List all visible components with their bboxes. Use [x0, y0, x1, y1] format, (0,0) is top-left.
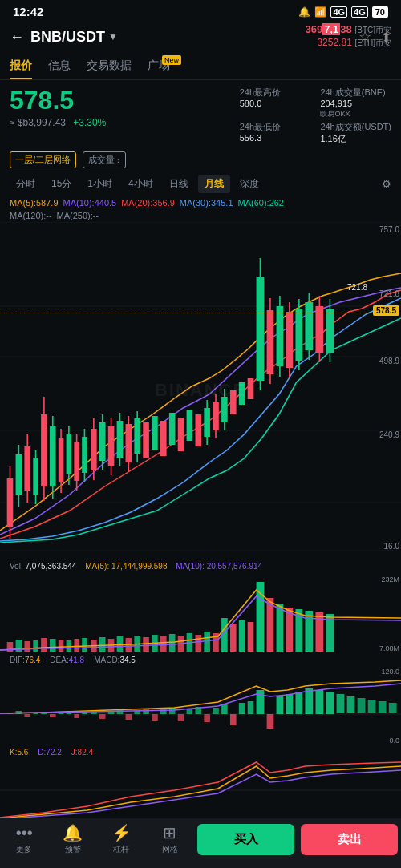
- svg-rect-132: [305, 611, 313, 652]
- svg-rect-147: [99, 714, 106, 719]
- svg-rect-10: [16, 454, 22, 495]
- vol-ma5-value: 17,444,999.598: [111, 562, 168, 571]
- price-level-498: 498.9: [379, 357, 399, 365]
- ma5-label: MA(5):587.9: [10, 198, 59, 208]
- svg-rect-37: [91, 429, 97, 470]
- kdj-chart: [0, 758, 401, 822]
- svg-rect-83: [286, 312, 294, 368]
- ma60-label: MA(60):262: [238, 198, 284, 208]
- svg-rect-168: [286, 694, 294, 714]
- sell-button[interactable]: 卖出: [301, 824, 398, 855]
- price-level-240: 240.9: [379, 430, 399, 439]
- svg-rect-120: [195, 635, 201, 652]
- price-level-16: 16.0: [384, 542, 399, 551]
- svg-rect-144: [74, 714, 79, 718]
- vol-ma5-label: MA(5):: [85, 562, 109, 571]
- price-level-757: 757.0: [379, 225, 399, 234]
- svg-rect-172: [326, 692, 334, 714]
- status-time: 12:42: [13, 5, 43, 18]
- svg-rect-13: [24, 446, 30, 491]
- svg-rect-129: [277, 604, 284, 652]
- svg-rect-124: [230, 624, 237, 652]
- new-badge: New: [162, 55, 181, 65]
- time-btn-depth[interactable]: 深度: [233, 175, 265, 193]
- back-button[interactable]: ←: [10, 29, 24, 46]
- svg-rect-111: [117, 636, 124, 652]
- bottom-nav: ••• 更多 🔔 预警 ⚡ 杠杆 ⊞ 网格 买入 卖出: [0, 818, 401, 868]
- btc-price: 3697,138 [BTC]币安: [306, 23, 391, 36]
- nav-leverage[interactable]: ⚡ 杠杆: [97, 823, 146, 855]
- svg-rect-59: [178, 418, 184, 451]
- macd-label: MACD:34.5: [94, 656, 136, 664]
- price-area: 578.5 ≈ $b3,997.43 +3.30% 24h最高价 580.0 2…: [0, 80, 401, 148]
- svg-rect-60: [187, 410, 193, 441]
- label-721: 721.8: [347, 283, 367, 292]
- svg-rect-55: [143, 422, 149, 458]
- time-btn-4h[interactable]: 4小时: [122, 175, 160, 193]
- signal-4g-icon2: 4G: [351, 6, 368, 18]
- nav-more[interactable]: ••• 更多: [0, 824, 49, 855]
- more-label: 更多: [16, 844, 32, 855]
- ma20-label: MA(20):356.9: [121, 198, 175, 208]
- alert-icon: 🔔: [63, 823, 83, 842]
- vol-value: 7,075,363.544: [25, 562, 76, 571]
- svg-rect-155: [169, 708, 176, 714]
- svg-rect-170: [305, 688, 313, 714]
- volume-svg: [0, 574, 401, 654]
- buy-button[interactable]: 买入: [197, 824, 294, 855]
- svg-rect-160: [213, 708, 219, 714]
- svg-rect-104: [59, 640, 64, 652]
- svg-rect-56: [152, 416, 158, 450]
- svg-rect-58: [169, 413, 176, 445]
- svg-rect-77: [267, 310, 274, 374]
- tag-network[interactable]: 一层/二层网络: [10, 151, 76, 168]
- svg-rect-141: [50, 714, 56, 717]
- grid-icon: ⊞: [163, 823, 176, 842]
- svg-rect-57: [160, 421, 167, 456]
- ma250-label: MA(250):--: [57, 211, 99, 220]
- tab-quote[interactable]: 报价: [10, 54, 32, 79]
- tab-market[interactable]: 广场 New: [148, 54, 170, 79]
- tag-volume[interactable]: 成交量 ›: [83, 151, 126, 168]
- svg-rect-174: [347, 696, 355, 713]
- svg-rect-162: [230, 714, 237, 725]
- svg-rect-126: [248, 622, 254, 652]
- macd-info: DIF:76.4 DEA:41.8 MACD:34.5: [0, 654, 401, 666]
- time-btn-fenshi[interactable]: 分时: [10, 175, 42, 193]
- kdj-j: J:82.4: [71, 748, 93, 757]
- svg-rect-95: [326, 309, 334, 353]
- svg-rect-0: [0, 222, 401, 559]
- tags-row: 一层/二层网络 成交量 ›: [0, 148, 401, 172]
- tab-trade[interactable]: 交易数据: [87, 54, 132, 79]
- svg-rect-167: [277, 696, 284, 714]
- tab-info[interactable]: 信息: [48, 54, 71, 79]
- header: ← BNB/USDT ▼ ☆ ⬆ 3697,138 [BTC]币安 3252.8…: [0, 23, 401, 50]
- time-btn-1h[interactable]: 1小时: [81, 175, 119, 193]
- svg-rect-22: [50, 426, 56, 486]
- low-value: 556.3: [240, 133, 311, 143]
- chart-settings-button[interactable]: ⚙: [382, 178, 391, 190]
- svg-rect-164: [248, 701, 254, 714]
- nav-alert[interactable]: 🔔 预警: [49, 823, 98, 855]
- svg-rect-159: [204, 714, 210, 722]
- svg-rect-178: [389, 703, 397, 713]
- svg-rect-80: [277, 306, 284, 366]
- vol-usdt-label: 24h成交额(USDT): [320, 121, 391, 133]
- time-btn-15m[interactable]: 15分: [45, 175, 78, 193]
- time-btn-day[interactable]: 日线: [163, 175, 195, 193]
- svg-rect-100: [24, 641, 30, 652]
- svg-rect-114: [143, 637, 149, 652]
- ma120-label: MA(120):--: [10, 211, 52, 220]
- pair-title[interactable]: BNB/USDT ▼: [30, 29, 118, 46]
- time-btn-month[interactable]: 月线: [198, 175, 230, 193]
- main-chart[interactable]: BINANCE 757.0 721.8 498.9 240.9 16.0 578…: [0, 222, 401, 559]
- svg-rect-127: [257, 582, 265, 652]
- svg-rect-61: [195, 414, 201, 446]
- kdj-k: K:5.6: [10, 748, 28, 757]
- status-bar: 12:42 🔔 📶 4G 4G 70: [0, 0, 401, 23]
- vol-ma10-value: 20,557,576.914: [207, 562, 263, 571]
- volume-chart: 232M 7.08M: [0, 574, 401, 654]
- svg-rect-116: [160, 636, 167, 652]
- svg-rect-101: [33, 640, 38, 652]
- nav-grid[interactable]: ⊞ 网格: [146, 823, 195, 855]
